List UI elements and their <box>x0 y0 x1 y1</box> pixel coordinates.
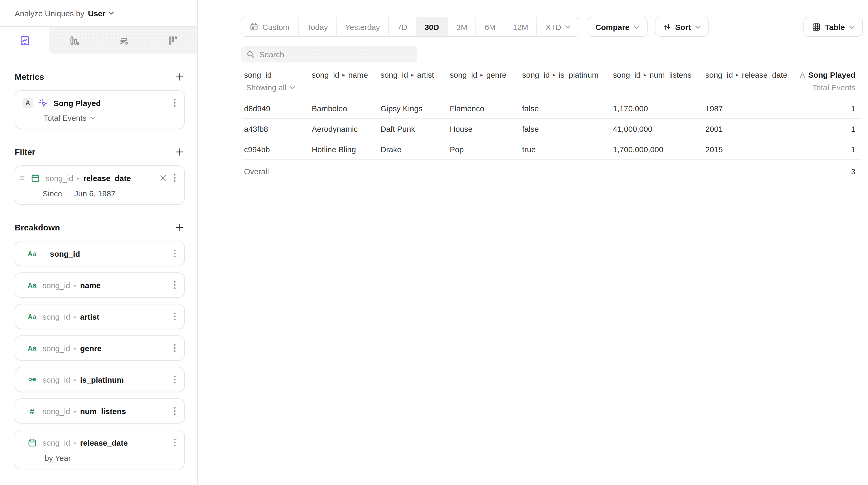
property-prefix: song_id <box>45 174 73 182</box>
metric-column-header[interactable]: ASong Played Total Events <box>797 70 861 92</box>
sort-label: Sort <box>675 22 691 31</box>
number-property-icon: # <box>30 407 34 415</box>
tab-funnel[interactable] <box>49 27 99 54</box>
breakdown-card: Aa song_id ▸ genre <box>15 335 185 361</box>
kebab-menu-icon <box>174 344 176 352</box>
metrics-heading: Metrics <box>15 72 44 82</box>
overall-label: Overall <box>242 159 797 183</box>
plus-icon <box>176 148 184 156</box>
breakdown-property[interactable]: song_id ▸ artist <box>42 312 99 321</box>
column-label: name <box>348 70 368 79</box>
date-range-yesterday[interactable]: Yesterday <box>336 17 388 36</box>
column-header[interactable]: song_id▸artist <box>378 70 447 92</box>
property-name: is_platinum <box>80 375 124 384</box>
date-range-7d[interactable]: 7D <box>389 17 415 36</box>
breakdown-options-button[interactable] <box>173 343 177 353</box>
filter-operator[interactable]: Since <box>42 189 62 198</box>
entity-value: User <box>88 9 105 18</box>
cell-release-date: 1987 <box>703 98 797 118</box>
column-header[interactable]: song_id▸name <box>310 70 378 92</box>
chevron-down-icon <box>90 116 95 119</box>
table-header-row: song_id Showing all song_id▸name song_id… <box>242 70 863 98</box>
cell-genre: Flamenco <box>447 98 520 118</box>
add-metric-button[interactable] <box>175 72 185 82</box>
date-range-3m[interactable]: 3M <box>447 17 476 36</box>
breakdown-property[interactable]: song_id ▸ genre <box>42 343 101 353</box>
date-range-label: Custom <box>262 22 289 31</box>
breakdown-section-header: Breakdown <box>15 222 185 233</box>
boolean-property-icon <box>28 375 36 384</box>
date-range-xtd[interactable]: XTD <box>536 17 579 36</box>
date-range-custom[interactable]: Custom <box>241 17 298 36</box>
tab-insights[interactable] <box>0 27 49 54</box>
dots-grid-icon <box>167 35 179 46</box>
add-filter-button[interactable] <box>175 147 185 157</box>
filter-card: song_id ▸ release_date Since Jun 6, 1987 <box>15 165 185 205</box>
breakdown-card: # song_id ▸ num_listens <box>15 398 185 424</box>
breakdown-options-button[interactable] <box>173 437 177 448</box>
cell-artist: Drake <box>378 139 447 159</box>
kebab-menu-icon <box>174 174 176 182</box>
drag-handle-icon[interactable] <box>20 175 25 181</box>
tab-flow[interactable] <box>99 27 148 54</box>
column-header[interactable]: song_id▸num_listens <box>611 70 703 92</box>
sort-button[interactable]: Sort <box>655 17 709 37</box>
aggregation-selector[interactable]: Total Events <box>43 113 95 122</box>
column-header[interactable]: song_id▸genre <box>447 70 520 92</box>
property-prefix: song_id <box>42 343 70 353</box>
cell-artist: Daft Punk <box>378 118 447 139</box>
breakdown-options-button[interactable] <box>173 248 177 259</box>
breakdown-property[interactable]: song_id <box>42 249 80 258</box>
date-range-today[interactable]: Today <box>298 17 336 36</box>
metrics-section-header: Metrics <box>15 72 185 82</box>
property-name: release_date <box>80 438 128 447</box>
breakdown-options-button[interactable] <box>173 374 177 385</box>
add-breakdown-button[interactable] <box>175 222 185 233</box>
entity-selector[interactable]: User <box>88 9 114 18</box>
showing-all-label: Showing all <box>246 83 286 92</box>
date-range-6m[interactable]: 6M <box>476 17 504 36</box>
breakdown-options-button[interactable] <box>173 280 177 290</box>
breakdown-options-button[interactable] <box>173 311 177 322</box>
filter-options-button[interactable] <box>173 173 177 183</box>
path-separator: ▸ <box>74 345 76 351</box>
metric-event-name[interactable]: Song Played <box>54 98 101 107</box>
breakdown-property[interactable]: song_id ▸ is_platinum <box>42 375 124 384</box>
metric-subtitle: Total Events <box>799 83 856 92</box>
column-header[interactable]: song_id▸release_date <box>703 70 797 92</box>
filter-property[interactable]: song_id ▸ release_date <box>45 174 131 182</box>
column-label: song_id <box>244 70 272 79</box>
breakdown-bucket-label[interactable]: by Year <box>44 454 177 462</box>
cell-artist: Gipsy Kings <box>378 98 447 118</box>
remove-filter-button[interactable] <box>159 174 167 182</box>
search-input[interactable] <box>259 50 411 59</box>
date-range-label: 12M <box>513 22 528 31</box>
search-icon <box>247 51 254 58</box>
column-label: song_id <box>450 70 477 79</box>
metric-options-button[interactable] <box>173 98 177 108</box>
column-header[interactable]: song_id▸is_platinum <box>520 70 611 92</box>
date-range-12m[interactable]: 12M <box>504 17 536 36</box>
property-prefix: song_id <box>42 312 70 321</box>
breakdown-options-button[interactable] <box>173 406 177 416</box>
date-range-30d[interactable]: 30D <box>415 17 447 36</box>
kebab-menu-icon <box>174 312 176 321</box>
compare-button[interactable]: Compare <box>587 17 647 37</box>
filter-value[interactable]: Jun 6, 1987 <box>74 189 116 198</box>
cell-num-listens: 41,000,000 <box>611 118 703 139</box>
showing-all-selector[interactable]: Showing all <box>244 83 295 92</box>
view-type-button[interactable]: Table <box>803 17 863 37</box>
breakdown-property[interactable]: song_id ▸ release_date <box>42 438 128 447</box>
path-separator: ▸ <box>736 72 739 78</box>
tab-retention[interactable] <box>148 27 197 54</box>
cell-song-id: a43fb8 <box>242 118 310 139</box>
cell-is-platinum: false <box>520 98 611 118</box>
cell-genre: Pop <box>447 139 520 159</box>
breakdown-property[interactable]: song_id ▸ name <box>42 280 101 290</box>
cell-song-id: d8d949 <box>242 98 310 118</box>
date-range-label: Yesterday <box>345 22 380 31</box>
cell-release-date: 2015 <box>703 139 797 159</box>
column-label: song_id <box>705 70 733 79</box>
plus-icon <box>176 223 184 232</box>
breakdown-property[interactable]: song_id ▸ num_listens <box>42 406 126 416</box>
